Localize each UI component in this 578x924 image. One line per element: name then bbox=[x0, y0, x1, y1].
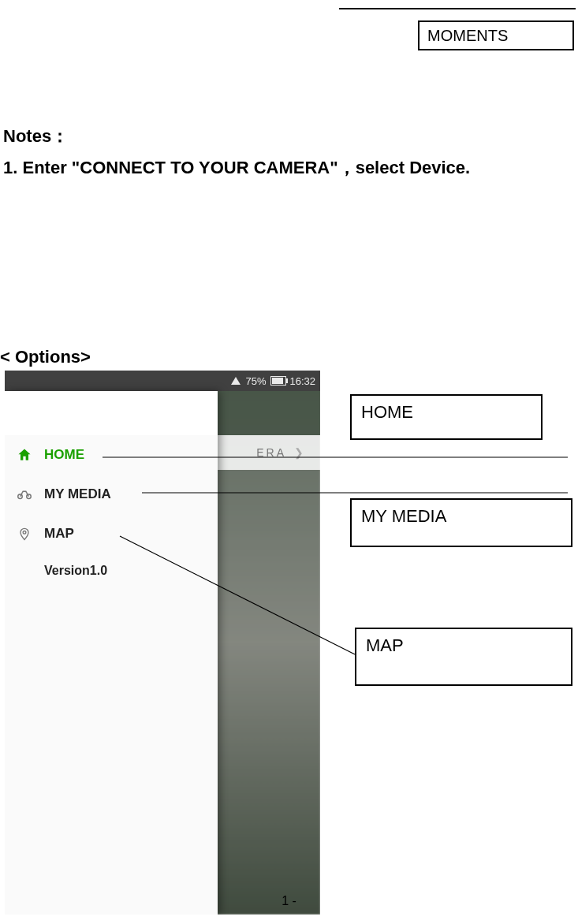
annotation-map-text: MAP bbox=[366, 635, 404, 655]
annotation-map-box: MAP bbox=[355, 628, 572, 686]
signal-icon bbox=[231, 377, 241, 385]
peek-content: ERA ❯ bbox=[218, 391, 320, 915]
drawer-item-label: MY MEDIA bbox=[44, 486, 111, 502]
notes-line-1: 1. Enter "CONNECT TO YOUR CAMERA"，select… bbox=[3, 154, 571, 181]
annotation-home-text: HOME bbox=[361, 402, 413, 422]
drawer-item-home[interactable]: HOME bbox=[5, 435, 218, 475]
drawer-header bbox=[5, 391, 218, 435]
connect-text: ERA bbox=[256, 446, 286, 459]
drawer-item-my-media[interactable]: MY MEDIA bbox=[5, 475, 218, 514]
status-bar: 75% 16:32 bbox=[5, 371, 320, 391]
options-heading: < Options> bbox=[0, 347, 91, 367]
phone-screenshot: 75% 16:32 ERA ❯ HOME MY MEDIA bbox=[5, 371, 320, 915]
map-pin-icon bbox=[16, 525, 33, 542]
notes-block: Notes： 1. Enter "CONNECT TO YOUR CAMERA"… bbox=[3, 125, 571, 181]
moments-label-text: MOMENTS bbox=[427, 27, 508, 45]
drawer-item-label: HOME bbox=[44, 447, 84, 463]
battery-icon bbox=[270, 376, 286, 386]
top-divider bbox=[339, 8, 576, 9]
annotation-my-media-box: MY MEDIA bbox=[350, 498, 572, 547]
annotation-my-media-text: MY MEDIA bbox=[361, 506, 446, 526]
notes-title: Notes： bbox=[3, 125, 571, 149]
drawer-item-label: MAP bbox=[44, 526, 74, 542]
battery-percent: 75% bbox=[245, 375, 266, 387]
drawer-version: Version1.0 bbox=[5, 553, 218, 588]
status-time: 16:32 bbox=[289, 375, 315, 387]
page-number: 1 - bbox=[0, 894, 578, 908]
peek-header bbox=[218, 391, 320, 435]
drawer-version-text: Version1.0 bbox=[44, 564, 107, 578]
nav-drawer: HOME MY MEDIA MAP Version1.0 bbox=[5, 391, 218, 915]
annotation-home-box: HOME bbox=[350, 394, 543, 440]
moments-label-box: MOMENTS bbox=[418, 20, 574, 50]
bike-icon bbox=[16, 486, 33, 503]
drawer-item-map[interactable]: MAP bbox=[5, 514, 218, 553]
svg-point-0 bbox=[23, 531, 26, 535]
connect-row[interactable]: ERA ❯ bbox=[218, 435, 320, 470]
chevron-right-icon: ❯ bbox=[294, 446, 306, 459]
page-number-text: 1 - bbox=[282, 894, 296, 907]
home-icon bbox=[16, 446, 33, 464]
